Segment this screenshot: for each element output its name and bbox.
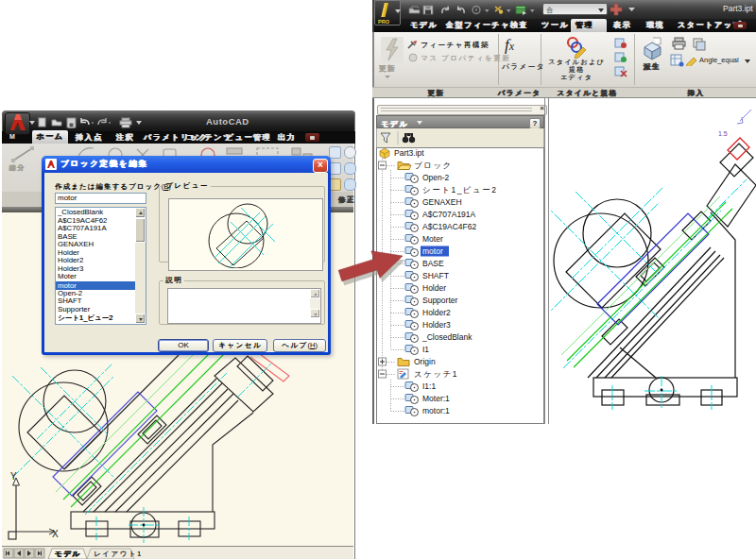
svg-text:motor: motor (422, 246, 443, 256)
svg-text:GENAXEH: GENAXEH (422, 197, 462, 207)
svg-text:Y: Y (10, 471, 17, 482)
svg-text:A$C19AC4F62: A$C19AC4F62 (422, 222, 476, 231)
svg-text:Moter: Moter (422, 234, 443, 244)
svg-text:_ClosedBlank: _ClosedBlank (421, 332, 472, 342)
svg-text:Holder2: Holder2 (422, 308, 451, 317)
svg-text:Part3.ipt: Part3.ipt (394, 148, 424, 158)
svg-text:I1:1: I1:1 (422, 381, 436, 391)
svg-text:Supporter: Supporter (422, 296, 457, 305)
svg-text:I1: I1 (422, 345, 429, 354)
svg-text:シート1_ビュー2: シート1_ビュー2 (422, 185, 497, 195)
svg-text:Holder3: Holder3 (422, 320, 451, 330)
svg-text:Holder: Holder (422, 283, 446, 293)
svg-text:Moter:1: Moter:1 (422, 394, 450, 403)
svg-text:X: X (52, 529, 59, 539)
svg-text:Open-2: Open-2 (422, 173, 450, 182)
svg-text:A$C707A191A: A$C707A191A (422, 210, 476, 219)
svg-text:SHAFT: SHAFT (422, 271, 449, 280)
svg-text:スケッチ1: スケッチ1 (414, 369, 458, 379)
svg-text:1.5: 1.5 (718, 130, 728, 137)
svg-text:Origin: Origin (414, 357, 436, 366)
svg-text:BASE: BASE (422, 259, 444, 268)
svg-text:motor:1: motor:1 (422, 406, 450, 415)
svg-text:ブロック: ブロック (414, 161, 453, 170)
